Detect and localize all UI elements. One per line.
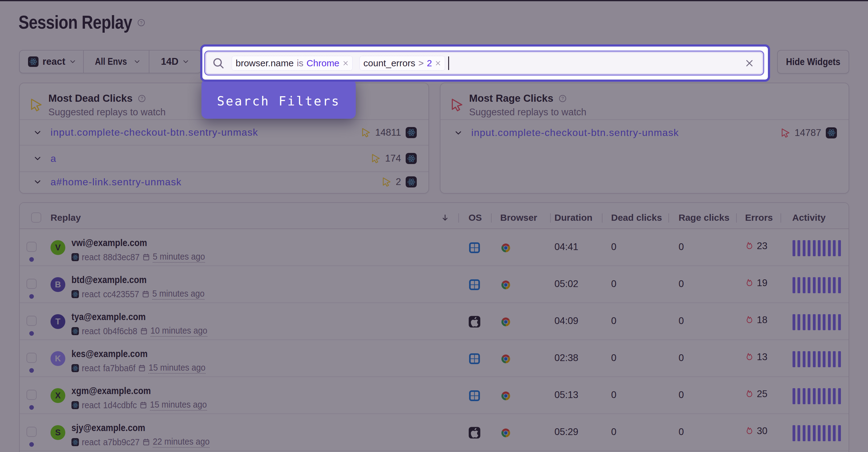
search-filters-callout: Search Filters (202, 79, 356, 119)
session-replay-page: Session Replay ? (0, 0, 868, 452)
token-key: count_errors (364, 58, 415, 68)
token-operator: > (418, 58, 424, 68)
search-filters-callout-label: Search Filters (217, 94, 340, 108)
replay-search-input[interactable]: browser.name is Chrome count_errors > 2 (204, 51, 764, 76)
remove-token-icon[interactable] (435, 60, 441, 66)
search-token-count-errors[interactable]: count_errors > 2 (360, 56, 445, 70)
token-key: browser.name (236, 58, 293, 68)
clear-search-icon[interactable] (745, 59, 754, 68)
search-token-browser-name[interactable]: browser.name is Chrome (231, 56, 353, 70)
search-spotlight-ring: browser.name is Chrome count_errors > 2 (200, 45, 770, 82)
token-value: Chrome (307, 58, 339, 68)
remove-token-icon[interactable] (343, 60, 349, 66)
search-icon (212, 57, 225, 70)
text-cursor (448, 56, 449, 70)
token-value: 2 (427, 58, 432, 68)
token-operator: is (297, 58, 303, 68)
